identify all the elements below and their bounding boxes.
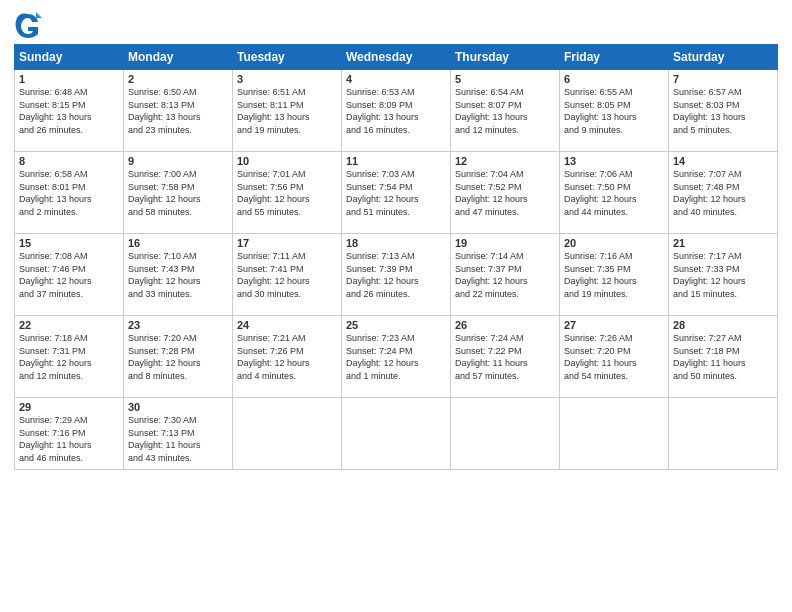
day-number: 22 bbox=[19, 319, 119, 331]
calendar-cell: 13Sunrise: 7:06 AM Sunset: 7:50 PM Dayli… bbox=[560, 152, 669, 234]
day-number: 14 bbox=[673, 155, 773, 167]
calendar-cell: 14Sunrise: 7:07 AM Sunset: 7:48 PM Dayli… bbox=[669, 152, 778, 234]
calendar-cell: 2Sunrise: 6:50 AM Sunset: 8:13 PM Daylig… bbox=[124, 70, 233, 152]
header-saturday: Saturday bbox=[669, 45, 778, 70]
header-wednesday: Wednesday bbox=[342, 45, 451, 70]
logo bbox=[14, 10, 46, 38]
calendar-cell bbox=[451, 398, 560, 470]
week-row-4: 22Sunrise: 7:18 AM Sunset: 7:31 PM Dayli… bbox=[15, 316, 778, 398]
day-detail: Sunrise: 7:17 AM Sunset: 7:33 PM Dayligh… bbox=[673, 250, 773, 300]
day-detail: Sunrise: 7:29 AM Sunset: 7:16 PM Dayligh… bbox=[19, 414, 119, 464]
day-number: 18 bbox=[346, 237, 446, 249]
day-detail: Sunrise: 6:57 AM Sunset: 8:03 PM Dayligh… bbox=[673, 86, 773, 136]
day-detail: Sunrise: 7:13 AM Sunset: 7:39 PM Dayligh… bbox=[346, 250, 446, 300]
calendar-cell: 22Sunrise: 7:18 AM Sunset: 7:31 PM Dayli… bbox=[15, 316, 124, 398]
day-number: 20 bbox=[564, 237, 664, 249]
day-number: 26 bbox=[455, 319, 555, 331]
day-number: 1 bbox=[19, 73, 119, 85]
calendar-cell bbox=[560, 398, 669, 470]
day-number: 29 bbox=[19, 401, 119, 413]
calendar-cell: 18Sunrise: 7:13 AM Sunset: 7:39 PM Dayli… bbox=[342, 234, 451, 316]
day-detail: Sunrise: 7:26 AM Sunset: 7:20 PM Dayligh… bbox=[564, 332, 664, 382]
day-detail: Sunrise: 7:16 AM Sunset: 7:35 PM Dayligh… bbox=[564, 250, 664, 300]
calendar-cell: 28Sunrise: 7:27 AM Sunset: 7:18 PM Dayli… bbox=[669, 316, 778, 398]
day-detail: Sunrise: 7:24 AM Sunset: 7:22 PM Dayligh… bbox=[455, 332, 555, 382]
calendar-cell: 26Sunrise: 7:24 AM Sunset: 7:22 PM Dayli… bbox=[451, 316, 560, 398]
day-detail: Sunrise: 7:06 AM Sunset: 7:50 PM Dayligh… bbox=[564, 168, 664, 218]
day-number: 24 bbox=[237, 319, 337, 331]
header bbox=[14, 10, 778, 38]
calendar-cell: 24Sunrise: 7:21 AM Sunset: 7:26 PM Dayli… bbox=[233, 316, 342, 398]
calendar-cell: 1Sunrise: 6:48 AM Sunset: 8:15 PM Daylig… bbox=[15, 70, 124, 152]
day-number: 23 bbox=[128, 319, 228, 331]
calendar-cell: 17Sunrise: 7:11 AM Sunset: 7:41 PM Dayli… bbox=[233, 234, 342, 316]
calendar-cell: 15Sunrise: 7:08 AM Sunset: 7:46 PM Dayli… bbox=[15, 234, 124, 316]
calendar-cell: 11Sunrise: 7:03 AM Sunset: 7:54 PM Dayli… bbox=[342, 152, 451, 234]
day-number: 15 bbox=[19, 237, 119, 249]
day-number: 16 bbox=[128, 237, 228, 249]
week-row-3: 15Sunrise: 7:08 AM Sunset: 7:46 PM Dayli… bbox=[15, 234, 778, 316]
day-number: 30 bbox=[128, 401, 228, 413]
day-number: 19 bbox=[455, 237, 555, 249]
calendar-cell: 27Sunrise: 7:26 AM Sunset: 7:20 PM Dayli… bbox=[560, 316, 669, 398]
day-number: 5 bbox=[455, 73, 555, 85]
calendar-cell: 5Sunrise: 6:54 AM Sunset: 8:07 PM Daylig… bbox=[451, 70, 560, 152]
calendar-cell: 4Sunrise: 6:53 AM Sunset: 8:09 PM Daylig… bbox=[342, 70, 451, 152]
calendar-cell: 23Sunrise: 7:20 AM Sunset: 7:28 PM Dayli… bbox=[124, 316, 233, 398]
calendar: SundayMondayTuesdayWednesdayThursdayFrid… bbox=[14, 44, 778, 470]
week-row-5: 29Sunrise: 7:29 AM Sunset: 7:16 PM Dayli… bbox=[15, 398, 778, 470]
calendar-cell: 12Sunrise: 7:04 AM Sunset: 7:52 PM Dayli… bbox=[451, 152, 560, 234]
calendar-cell: 21Sunrise: 7:17 AM Sunset: 7:33 PM Dayli… bbox=[669, 234, 778, 316]
day-detail: Sunrise: 6:55 AM Sunset: 8:05 PM Dayligh… bbox=[564, 86, 664, 136]
page: SundayMondayTuesdayWednesdayThursdayFrid… bbox=[0, 0, 792, 612]
calendar-cell: 25Sunrise: 7:23 AM Sunset: 7:24 PM Dayli… bbox=[342, 316, 451, 398]
day-detail: Sunrise: 6:50 AM Sunset: 8:13 PM Dayligh… bbox=[128, 86, 228, 136]
day-number: 11 bbox=[346, 155, 446, 167]
header-friday: Friday bbox=[560, 45, 669, 70]
calendar-cell: 8Sunrise: 6:58 AM Sunset: 8:01 PM Daylig… bbox=[15, 152, 124, 234]
calendar-cell: 30Sunrise: 7:30 AM Sunset: 7:13 PM Dayli… bbox=[124, 398, 233, 470]
day-detail: Sunrise: 7:08 AM Sunset: 7:46 PM Dayligh… bbox=[19, 250, 119, 300]
calendar-cell: 20Sunrise: 7:16 AM Sunset: 7:35 PM Dayli… bbox=[560, 234, 669, 316]
day-detail: Sunrise: 7:01 AM Sunset: 7:56 PM Dayligh… bbox=[237, 168, 337, 218]
day-detail: Sunrise: 7:20 AM Sunset: 7:28 PM Dayligh… bbox=[128, 332, 228, 382]
day-number: 2 bbox=[128, 73, 228, 85]
calendar-cell: 10Sunrise: 7:01 AM Sunset: 7:56 PM Dayli… bbox=[233, 152, 342, 234]
day-detail: Sunrise: 7:21 AM Sunset: 7:26 PM Dayligh… bbox=[237, 332, 337, 382]
day-number: 28 bbox=[673, 319, 773, 331]
day-number: 27 bbox=[564, 319, 664, 331]
day-detail: Sunrise: 7:10 AM Sunset: 7:43 PM Dayligh… bbox=[128, 250, 228, 300]
calendar-cell: 7Sunrise: 6:57 AM Sunset: 8:03 PM Daylig… bbox=[669, 70, 778, 152]
day-number: 13 bbox=[564, 155, 664, 167]
calendar-cell: 3Sunrise: 6:51 AM Sunset: 8:11 PM Daylig… bbox=[233, 70, 342, 152]
header-monday: Monday bbox=[124, 45, 233, 70]
day-number: 21 bbox=[673, 237, 773, 249]
day-number: 8 bbox=[19, 155, 119, 167]
logo-icon bbox=[14, 10, 42, 38]
calendar-cell: 19Sunrise: 7:14 AM Sunset: 7:37 PM Dayli… bbox=[451, 234, 560, 316]
day-number: 10 bbox=[237, 155, 337, 167]
day-detail: Sunrise: 6:58 AM Sunset: 8:01 PM Dayligh… bbox=[19, 168, 119, 218]
day-detail: Sunrise: 6:54 AM Sunset: 8:07 PM Dayligh… bbox=[455, 86, 555, 136]
calendar-cell: 16Sunrise: 7:10 AM Sunset: 7:43 PM Dayli… bbox=[124, 234, 233, 316]
day-number: 25 bbox=[346, 319, 446, 331]
calendar-cell bbox=[342, 398, 451, 470]
calendar-cell bbox=[669, 398, 778, 470]
day-detail: Sunrise: 7:27 AM Sunset: 7:18 PM Dayligh… bbox=[673, 332, 773, 382]
day-number: 17 bbox=[237, 237, 337, 249]
calendar-header-row: SundayMondayTuesdayWednesdayThursdayFrid… bbox=[15, 45, 778, 70]
header-sunday: Sunday bbox=[15, 45, 124, 70]
day-detail: Sunrise: 7:18 AM Sunset: 7:31 PM Dayligh… bbox=[19, 332, 119, 382]
day-detail: Sunrise: 7:23 AM Sunset: 7:24 PM Dayligh… bbox=[346, 332, 446, 382]
day-number: 3 bbox=[237, 73, 337, 85]
day-number: 9 bbox=[128, 155, 228, 167]
day-detail: Sunrise: 7:11 AM Sunset: 7:41 PM Dayligh… bbox=[237, 250, 337, 300]
calendar-cell: 9Sunrise: 7:00 AM Sunset: 7:58 PM Daylig… bbox=[124, 152, 233, 234]
day-detail: Sunrise: 6:51 AM Sunset: 8:11 PM Dayligh… bbox=[237, 86, 337, 136]
header-thursday: Thursday bbox=[451, 45, 560, 70]
week-row-2: 8Sunrise: 6:58 AM Sunset: 8:01 PM Daylig… bbox=[15, 152, 778, 234]
calendar-cell bbox=[233, 398, 342, 470]
day-detail: Sunrise: 6:53 AM Sunset: 8:09 PM Dayligh… bbox=[346, 86, 446, 136]
day-number: 7 bbox=[673, 73, 773, 85]
day-detail: Sunrise: 7:03 AM Sunset: 7:54 PM Dayligh… bbox=[346, 168, 446, 218]
